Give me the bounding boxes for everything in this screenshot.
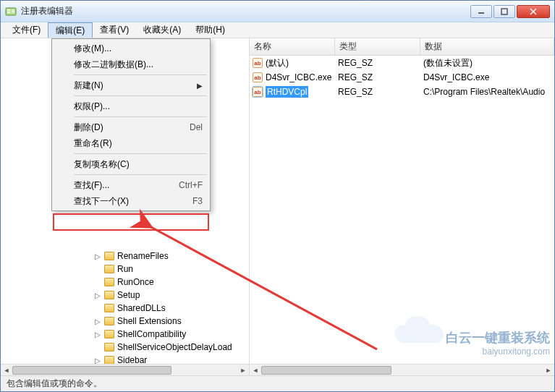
tree-item[interactable]: SharedDLLs bbox=[93, 302, 167, 315]
tree-expander-icon[interactable] bbox=[93, 344, 101, 351]
scroll-thumb[interactable] bbox=[12, 366, 171, 375]
folder-icon bbox=[104, 278, 114, 286]
horizontal-scrollbar[interactable]: ◄ ► bbox=[1, 364, 249, 375]
tree-item-label: ShellServiceObjectDelayLoad bbox=[116, 342, 234, 352]
shortcut-label: Del bbox=[190, 122, 203, 132]
shortcut-label: Ctrl+F bbox=[179, 180, 203, 190]
minimize-button[interactable] bbox=[470, 5, 492, 18]
reg-sz-icon: ab bbox=[253, 87, 263, 97]
menu-copy-key-name[interactable]: 复制项名称(C) bbox=[54, 156, 208, 172]
list-row[interactable]: abRtHDVCplREG_SZC:\Program Files\Realtek… bbox=[250, 85, 554, 99]
menu-modify-binary[interactable]: 修改二进制数据(B)... bbox=[54, 56, 208, 72]
tree-item[interactable]: Run bbox=[93, 263, 135, 276]
watermark-url: baiyunxitong.com bbox=[446, 346, 550, 357]
tree-expander-icon[interactable]: ▷ bbox=[93, 357, 101, 365]
shortcut-label: F3 bbox=[192, 196, 203, 206]
titlebar[interactable]: 注册表编辑器 bbox=[1, 1, 554, 22]
value-type: REG_SZ bbox=[338, 87, 373, 97]
maximize-button[interactable] bbox=[493, 5, 515, 18]
menu-separator bbox=[74, 95, 207, 96]
value-name: (默认) bbox=[266, 57, 289, 69]
scroll-right-button[interactable]: ► bbox=[237, 365, 249, 375]
value-data: C:\Program Files\Realtek\Audio bbox=[423, 87, 545, 97]
value-type: REG_SZ bbox=[338, 58, 373, 68]
tree-item[interactable]: ▷Shell Extensions bbox=[93, 315, 183, 328]
menu-find-next[interactable]: 查找下一个(X)F3 bbox=[54, 193, 208, 209]
svg-rect-1 bbox=[7, 9, 10, 11]
svg-rect-3 bbox=[12, 9, 14, 13]
svg-rect-2 bbox=[7, 12, 10, 13]
tree-expander-icon[interactable]: ▷ bbox=[93, 331, 101, 338]
folder-icon bbox=[104, 291, 114, 299]
list-header: 名称 类型 数据 bbox=[250, 38, 554, 56]
column-type[interactable]: 类型 bbox=[335, 38, 420, 55]
tree-item-label: Setup bbox=[116, 290, 141, 300]
app-icon bbox=[5, 6, 17, 17]
window-controls bbox=[470, 5, 550, 18]
column-name[interactable]: 名称 bbox=[250, 38, 335, 55]
scroll-left-button[interactable]: ◄ bbox=[250, 365, 261, 375]
scroll-left-button[interactable]: ◄ bbox=[1, 365, 12, 375]
tree-expander-icon[interactable] bbox=[93, 304, 101, 312]
list-row[interactable]: ab(默认)REG_SZ(数值未设置) bbox=[250, 56, 554, 70]
menu-separator bbox=[74, 116, 207, 117]
menu-find[interactable]: 查找(F)...Ctrl+F bbox=[54, 177, 208, 193]
folder-icon bbox=[104, 304, 114, 312]
scroll-thumb[interactable] bbox=[261, 366, 391, 375]
watermark-title: 白云一键重装系统 bbox=[446, 331, 550, 346]
tree-item-label: SharedDLLs bbox=[116, 303, 167, 313]
reg-sz-icon: ab bbox=[253, 72, 263, 82]
tree-item[interactable]: ShellServiceObjectDelayLoad bbox=[93, 341, 234, 354]
status-text: 包含编辑值或项的命令。 bbox=[7, 378, 102, 390]
menu-separator bbox=[74, 174, 207, 175]
client-area: ▷RenameFilesRunRunOnce▷SetupSharedDLLs▷S… bbox=[1, 38, 554, 375]
watermark-cloud-icon bbox=[388, 310, 453, 354]
tree-item[interactable]: ▷RenameFiles bbox=[93, 250, 170, 263]
list-row[interactable]: abD4Svr_ICBC.exeREG_SZD4Svr_ICBC.exe bbox=[250, 70, 554, 85]
edit-menu-dropdown: 修改(M)... 修改二进制数据(B)... 新建(N)▶ 权限(P)... 删… bbox=[51, 38, 211, 211]
menu-view[interactable]: 查看(V) bbox=[93, 22, 136, 38]
menu-permissions[interactable]: 权限(P)... bbox=[54, 98, 208, 114]
value-data: (数值未设置) bbox=[423, 57, 473, 69]
menu-help[interactable]: 帮助(H) bbox=[188, 22, 232, 38]
folder-icon bbox=[104, 317, 114, 325]
folder-icon bbox=[104, 343, 114, 351]
tree-item[interactable]: ▷ShellCompatibility bbox=[93, 328, 187, 341]
watermark: 白云一键重装系统 baiyunxitong.com bbox=[446, 331, 550, 357]
tree-expander-icon[interactable]: ▷ bbox=[93, 252, 101, 260]
close-button[interactable] bbox=[517, 5, 550, 18]
tree-expander-icon[interactable] bbox=[93, 278, 101, 286]
horizontal-scrollbar[interactable]: ◄ ► bbox=[250, 364, 554, 375]
menu-separator bbox=[74, 153, 207, 154]
tree-item-label: RenameFiles bbox=[116, 251, 170, 261]
tree-expander-icon[interactable]: ▷ bbox=[93, 318, 101, 325]
column-data[interactable]: 数据 bbox=[420, 38, 554, 55]
window-title: 注册表编辑器 bbox=[21, 5, 470, 17]
menu-file[interactable]: 文件(F) bbox=[5, 22, 48, 38]
folder-icon bbox=[104, 265, 114, 273]
reg-sz-icon: ab bbox=[253, 58, 263, 68]
menu-edit[interactable]: 编辑(E) bbox=[48, 22, 93, 38]
menu-separator bbox=[74, 74, 207, 75]
menu-new[interactable]: 新建(N)▶ bbox=[54, 77, 208, 93]
tree-pane[interactable]: ▷RenameFilesRunRunOnce▷SetupSharedDLLs▷S… bbox=[1, 38, 250, 375]
folder-icon bbox=[104, 330, 114, 338]
statusbar: 包含编辑值或项的命令。 bbox=[1, 375, 554, 391]
scroll-right-button[interactable]: ► bbox=[543, 365, 554, 375]
menu-rename[interactable]: 重命名(R) bbox=[54, 135, 208, 151]
tree-item[interactable]: RunOnce bbox=[93, 276, 156, 289]
tree-expander-icon[interactable] bbox=[93, 265, 101, 273]
tree-item-label: Run bbox=[116, 264, 135, 274]
menu-favorites[interactable]: 收藏夹(A) bbox=[136, 22, 188, 38]
folder-icon bbox=[104, 252, 114, 260]
tree-item-label: RunOnce bbox=[116, 277, 156, 287]
list-body[interactable]: ab(默认)REG_SZ(数值未设置)abD4Svr_ICBC.exeREG_S… bbox=[250, 56, 554, 99]
tree-expander-icon[interactable]: ▷ bbox=[93, 291, 101, 299]
submenu-arrow-icon: ▶ bbox=[197, 82, 203, 90]
tree-item[interactable]: ▷Setup bbox=[93, 289, 141, 302]
value-type: REG_SZ bbox=[338, 72, 373, 82]
menu-modify[interactable]: 修改(M)... bbox=[54, 41, 208, 56]
menu-delete[interactable]: 删除(D)Del bbox=[54, 119, 208, 135]
value-data: D4Svr_ICBC.exe bbox=[423, 72, 489, 82]
tree-item-label: ShellCompatibility bbox=[116, 329, 187, 339]
